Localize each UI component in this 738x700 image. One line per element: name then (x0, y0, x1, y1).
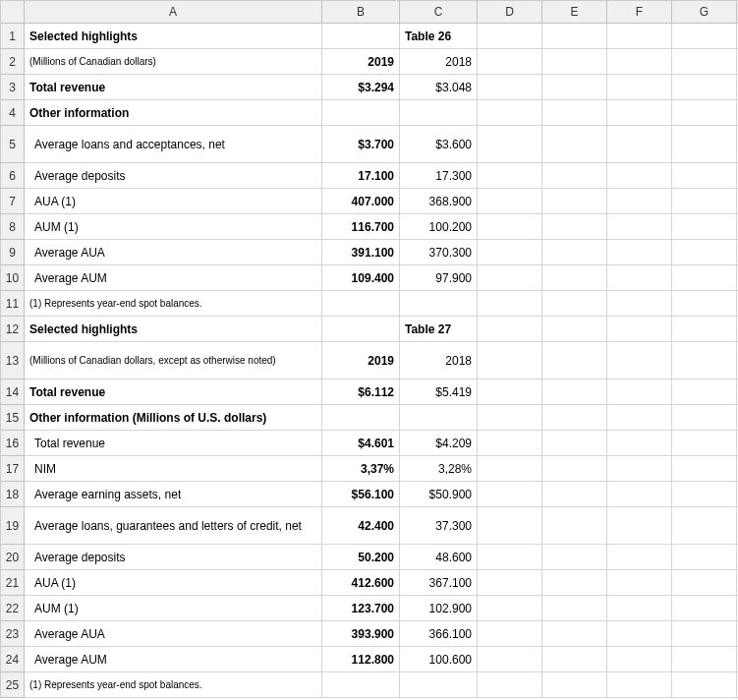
cell-C23[interactable]: 366.100 (400, 621, 478, 647)
cell-A13[interactable]: (Millions of Canadian dollars, except as… (25, 342, 322, 379)
col-header-A[interactable]: A (25, 1, 322, 24)
cell-G23[interactable] (672, 621, 737, 647)
row-header[interactable]: 5 (1, 126, 25, 163)
cell-E24[interactable] (542, 647, 607, 672)
row-header[interactable]: 2 (1, 49, 25, 75)
cell-C21[interactable]: 367.100 (400, 570, 478, 596)
cell-G11[interactable] (672, 291, 737, 317)
cell-E2[interactable] (542, 49, 607, 75)
cell-F11[interactable] (607, 291, 672, 317)
cell-A1[interactable]: Selected highlights (25, 24, 322, 49)
cell-D11[interactable] (478, 291, 542, 317)
cell-G7[interactable] (672, 189, 737, 214)
cell-B16[interactable]: $4.601 (322, 431, 400, 456)
cell-E18[interactable] (542, 482, 607, 507)
cell-C10[interactable]: 97.900 (400, 265, 478, 291)
cell-E22[interactable] (542, 596, 607, 621)
cell-C25[interactable] (400, 672, 478, 698)
cell-E7[interactable] (542, 189, 607, 214)
cell-D24[interactable] (478, 647, 542, 672)
cell-A8[interactable]: AUM (1) (25, 214, 322, 240)
cell-D20[interactable] (478, 545, 542, 570)
cell-F16[interactable] (607, 431, 672, 456)
cell-B7[interactable]: 407.000 (322, 189, 400, 214)
cell-E14[interactable] (542, 379, 607, 405)
cell-A11[interactable]: (1) Represents year-end spot balances. (25, 291, 322, 317)
row-header[interactable]: 11 (1, 291, 25, 317)
cell-F8[interactable] (607, 214, 672, 240)
cell-B12[interactable] (322, 317, 400, 342)
cell-A4[interactable]: Other information (25, 100, 322, 126)
col-header-B[interactable]: B (322, 1, 400, 24)
cell-C2[interactable]: 2018 (400, 49, 478, 75)
cell-A2[interactable]: (Millions of Canadian dollars) (25, 49, 322, 75)
cell-C4[interactable] (400, 100, 478, 126)
row-header[interactable]: 19 (1, 507, 25, 545)
cell-B25[interactable] (322, 672, 400, 698)
cell-G4[interactable] (672, 100, 737, 126)
cell-E17[interactable] (542, 456, 607, 482)
row-header[interactable]: 13 (1, 342, 25, 379)
cell-A6[interactable]: Average deposits (25, 163, 322, 189)
cell-C5[interactable]: $3.600 (400, 126, 478, 163)
cell-F14[interactable] (607, 379, 672, 405)
cell-F25[interactable] (607, 672, 672, 698)
cell-G16[interactable] (672, 431, 737, 456)
row-header[interactable]: 18 (1, 482, 25, 507)
cell-C19[interactable]: 37.300 (400, 507, 478, 545)
cell-C18[interactable]: $50.900 (400, 482, 478, 507)
cell-D7[interactable] (478, 189, 542, 214)
cell-E4[interactable] (542, 100, 607, 126)
cell-E5[interactable] (542, 126, 607, 163)
row-header[interactable]: 1 (1, 24, 25, 49)
cell-A7[interactable]: AUA (1) (25, 189, 322, 214)
cell-D1[interactable] (478, 24, 542, 49)
cell-B14[interactable]: $6.112 (322, 379, 400, 405)
cell-B13[interactable]: 2019 (322, 342, 400, 379)
row-header[interactable]: 4 (1, 100, 25, 126)
cell-B2[interactable]: 2019 (322, 49, 400, 75)
cell-F19[interactable] (607, 507, 672, 545)
cell-A14[interactable]: Total revenue (25, 379, 322, 405)
cell-E3[interactable] (542, 75, 607, 100)
cell-D3[interactable] (478, 75, 542, 100)
row-header[interactable]: 24 (1, 647, 25, 672)
cell-C6[interactable]: 17.300 (400, 163, 478, 189)
cell-E15[interactable] (542, 405, 607, 431)
cell-G8[interactable] (672, 214, 737, 240)
cell-F22[interactable] (607, 596, 672, 621)
cell-G24[interactable] (672, 647, 737, 672)
cell-F21[interactable] (607, 570, 672, 596)
cell-F20[interactable] (607, 545, 672, 570)
cell-D8[interactable] (478, 214, 542, 240)
cell-G20[interactable] (672, 545, 737, 570)
col-header-D[interactable]: D (478, 1, 542, 24)
cell-A25[interactable]: (1) Represents year-end spot balances. (25, 672, 322, 698)
cell-B6[interactable]: 17.100 (322, 163, 400, 189)
cell-C22[interactable]: 102.900 (400, 596, 478, 621)
cell-E8[interactable] (542, 214, 607, 240)
cell-C15[interactable] (400, 405, 478, 431)
cell-C13[interactable]: 2018 (400, 342, 478, 379)
cell-B4[interactable] (322, 100, 400, 126)
row-header[interactable]: 23 (1, 621, 25, 647)
cell-D21[interactable] (478, 570, 542, 596)
cell-G19[interactable] (672, 507, 737, 545)
cell-B3[interactable]: $3.294 (322, 75, 400, 100)
cell-G10[interactable] (672, 265, 737, 291)
row-header[interactable]: 7 (1, 189, 25, 214)
col-header-F[interactable]: F (607, 1, 672, 24)
cell-E23[interactable] (542, 621, 607, 647)
cell-D19[interactable] (478, 507, 542, 545)
cell-E20[interactable] (542, 545, 607, 570)
cell-D25[interactable] (478, 672, 542, 698)
cell-E11[interactable] (542, 291, 607, 317)
cell-F4[interactable] (607, 100, 672, 126)
cell-E19[interactable] (542, 507, 607, 545)
cell-D2[interactable] (478, 49, 542, 75)
cell-A23[interactable]: Average AUA (25, 621, 322, 647)
cell-E12[interactable] (542, 317, 607, 342)
cell-G13[interactable] (672, 342, 737, 379)
cell-D15[interactable] (478, 405, 542, 431)
row-header[interactable]: 21 (1, 570, 25, 596)
